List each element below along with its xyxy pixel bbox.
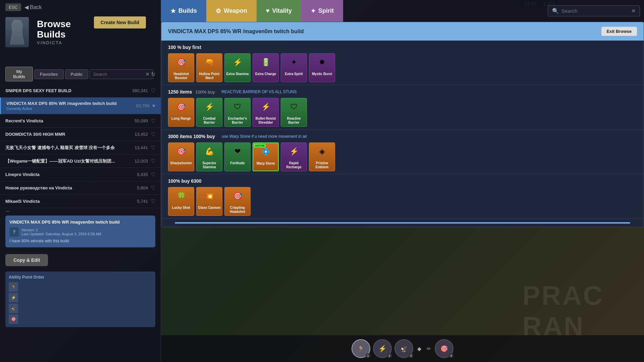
heart-button[interactable]: ♡	[151, 144, 155, 151]
item-enchanters-barrier[interactable]: 🛡 Enchanter's Barrier	[224, 98, 251, 127]
back-button[interactable]: ◀ Back	[24, 4, 42, 10]
active-badge: ACTIVE	[254, 144, 266, 147]
search-clear-icon[interactable]: ✕	[631, 8, 636, 14]
section-header-3: 3000 items 100% buy use Warp Stone if u …	[168, 134, 637, 139]
spirit-label: Spirit	[318, 7, 334, 14]
build-item[interactable]: MikaelS Vindicta 5,741♡	[0, 195, 161, 208]
esc-button[interactable]: ESC	[5, 3, 21, 11]
ability-slot-2[interactable]: ⚡ 2	[373, 339, 392, 358]
ability-slot-3[interactable]: 🦅 3	[394, 339, 413, 358]
build-name: Linepro Vindicta	[5, 172, 40, 177]
item-lucky-shot[interactable]: 🍀 Lucky Shot	[168, 187, 194, 216]
heart-button[interactable]: ♡	[151, 118, 155, 124]
item-sharpshooter[interactable]: 🎯 Sharpshooter	[168, 142, 194, 171]
exit-browse-button[interactable]: Exit Browse	[601, 27, 637, 36]
nav-tab-weapon[interactable]: ⚙ Weapon	[206, 0, 257, 22]
browse-header-title: VINDICTA MAX DPS 85% WR /magven0m twitch…	[168, 28, 304, 35]
section-4-percent: 100% buy 6300	[168, 178, 202, 184]
build-name: DOOMDICTA 30/0 HIGH MMR	[5, 132, 65, 137]
scroll-bar-area	[161, 219, 644, 227]
item-crippling-headshot[interactable]: 🎯 Crippling Headshot	[224, 187, 251, 216]
headshot-booster-name: Headshot Booster	[168, 71, 194, 82]
heart-button[interactable]: ♡	[151, 185, 155, 191]
build-name: 【Wegame一键配置】——冠军AD Uzi女警对线压制团...	[5, 158, 115, 164]
heart-button[interactable]: ♡	[151, 87, 155, 94]
long-range-name: Long Range	[168, 116, 194, 122]
ability-slot-4[interactable]: 🎯 4	[435, 339, 453, 358]
headshot-booster-icon: 🎯	[168, 54, 194, 71]
tab-favorites[interactable]: Favorites	[34, 69, 63, 79]
item-warp-stone[interactable]: ACTIVE 💠 Warp Stone	[253, 142, 279, 171]
item-hollow-point-ward[interactable]: 🔫 Hollow Point Ward	[196, 53, 222, 82]
item-glass-cannon[interactable]: 💥 Glass Cannon	[196, 187, 222, 216]
item-reactive-barrier[interactable]: 🛡 Reactive Barrier	[281, 98, 307, 127]
build-count: 63,789	[136, 103, 150, 108]
item-extra-spirit[interactable]: ✦ Extra Spirit	[281, 53, 307, 82]
search-clear-button[interactable]: ✕	[145, 71, 150, 77]
build-description: I have 80% winrate with this build	[9, 239, 151, 243]
build-item[interactable]: Linepro Vindicta 6,435♡	[0, 168, 161, 181]
ability-divider: ◆	[416, 346, 423, 352]
item-headshot-booster[interactable]: 🎯 Headshot Booster	[168, 53, 194, 82]
item-extra-charge[interactable]: 🔋 Extra Charge	[253, 53, 279, 82]
tab-my-builds[interactable]: My Builds	[5, 67, 33, 81]
item-bullet-resist-shredder[interactable]: ⚡ Bullet Resist Shredder	[253, 98, 279, 127]
show-all-languages-checkbox[interactable]	[5, 211, 10, 212]
build-item[interactable]: 【Wegame一键配置】——冠军AD Uzi女警对线压制团... 12,003♡	[0, 155, 161, 168]
item-rapid-recharge[interactable]: ⚡ Rapid Recharge	[281, 142, 307, 171]
build-item[interactable]: SNIPER DPS SEXY FEET BUILD 380,341 ♡	[0, 84, 161, 98]
ability-chain: ∞	[425, 346, 432, 352]
nav-tab-vitality[interactable]: ♥ Vitality	[257, 0, 301, 22]
fortitude-icon: ❤	[225, 143, 250, 160]
back-label: Back	[30, 4, 42, 10]
item-long-range[interactable]: 🎯 Long Range	[168, 98, 194, 127]
build-name: SNIPER DPS SEXY FEET BUILD	[5, 88, 71, 93]
ability-title: Ability Point Order	[9, 275, 152, 280]
heart-button[interactable]: ♡	[151, 171, 155, 178]
build-name: MikaelS Vindicta	[5, 199, 40, 204]
build-list: SNIPER DPS SEXY FEET BUILD 380,341 ♡ VIN…	[0, 84, 161, 212]
build-item[interactable]: Recrent's Vindicta 55,099♡	[0, 114, 161, 128]
heart-button-liked[interactable]: ♥	[152, 103, 156, 109]
build-search-input[interactable]	[90, 69, 153, 79]
item-pristine-emblem[interactable]: ◈ Pristine Emblem	[309, 142, 335, 171]
copy-edit-button[interactable]: Copy & Edit	[5, 254, 48, 266]
lucky-shot-name: Lucky Shot	[168, 205, 194, 212]
weapon-label: Weapon	[224, 7, 247, 14]
ability-1-num: 1	[366, 353, 370, 358]
bullet-resist-shredder-name: Bullet Resist Shredder	[253, 116, 278, 126]
ability-slot-1[interactable]: 🏃 1	[352, 339, 370, 358]
browse-title: Browse Builds	[37, 19, 85, 40]
vitality-label: Vitality	[272, 7, 292, 14]
build-item[interactable]: Новое руководство на Vindicta 5,804♡	[0, 181, 161, 195]
nav-tab-spirit[interactable]: ✦ Spirit	[301, 0, 343, 22]
build-section-1: 100 % buy first 🎯 Headshot Booster 🔫 Hol…	[161, 41, 644, 85]
item-superior-stamina[interactable]: 💪 Superior Stamina	[196, 142, 222, 171]
item-extra-stamina[interactable]: ⚡ Extra Stamina	[224, 53, 251, 82]
ability-2-num: 2	[387, 353, 392, 358]
create-build-button[interactable]: Create New Build	[94, 16, 146, 28]
ability-4-icon: 🎯	[440, 345, 448, 353]
heart-button[interactable]: ♡	[151, 198, 155, 204]
item-mystic-burst[interactable]: ✸ Mystic Burst	[309, 53, 335, 82]
superior-stamina-icon: 💪	[197, 143, 222, 160]
nav-tab-builds[interactable]: ★ Builds	[161, 0, 206, 22]
portrait-image	[5, 17, 29, 47]
top-search-input[interactable]	[561, 8, 629, 14]
refresh-button[interactable]: ↻	[151, 71, 155, 77]
vitality-icon: ♥	[266, 7, 270, 14]
heart-button[interactable]: ♡	[151, 158, 155, 164]
ability-section: Ability Point Order 🏃 ⚡ 🦅 🎯	[5, 272, 155, 327]
build-item-active[interactable]: VINDICTA MAX DPS 85% WR /magven0m twitch…	[0, 98, 161, 114]
item-fortitude[interactable]: ❤ Fortitude	[224, 142, 251, 171]
ability-2-icon: ⚡	[378, 345, 387, 353]
rapid-recharge-icon: ⚡	[281, 143, 307, 160]
tab-public[interactable]: Public	[65, 69, 88, 79]
heart-button[interactable]: ♡	[151, 131, 155, 137]
build-item[interactable]: DOOMDICTA 30/0 HIGH MMR 13,452♡	[0, 128, 161, 141]
item-combat-barrier[interactable]: ⚡ Combat Barrier	[196, 98, 222, 127]
section-header-1: 100 % buy first	[168, 45, 637, 50]
build-item[interactable]: 无敌飞天小女警 逮捕每个人 顺着买 凌雪球 没有一个多余 13,441♡	[0, 141, 161, 155]
extra-spirit-icon: ✦	[281, 54, 307, 71]
ability-3-num: 3	[409, 353, 413, 358]
